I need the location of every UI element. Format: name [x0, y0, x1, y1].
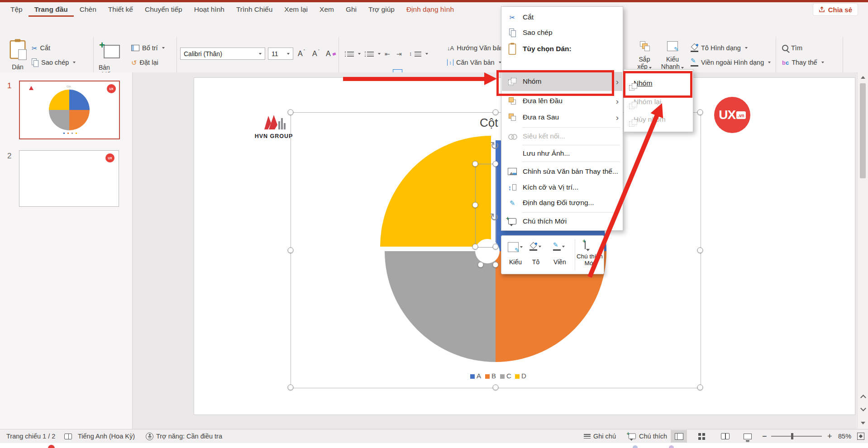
- slide-counter[interactable]: Trang chiếu 1 / 2: [6, 429, 55, 443]
- rotate-handle-icon[interactable]: ↻: [490, 140, 499, 151]
- comments-button[interactable]: Chú thích: [628, 429, 667, 443]
- menu-item-new-comment[interactable]: Chú thích Mới: [502, 213, 622, 229]
- menu-item-save-as-picture[interactable]: Lưu như Ảnh...: [502, 146, 622, 161]
- slide2-thumbnail[interactable]: UX: [19, 150, 119, 207]
- slice-handle[interactable]: [493, 262, 499, 268]
- slice-handle[interactable]: [493, 161, 499, 167]
- slice-handle[interactable]: [472, 202, 478, 208]
- shape-fill-button[interactable]: Tô Hình dạng: [691, 43, 748, 53]
- share-button[interactable]: Chia sẻ: [813, 3, 858, 16]
- outline-button[interactable]: [553, 243, 565, 251]
- editor-canvas: HVN GROUP Cột A B C D UX .vn: [133, 72, 857, 429]
- fill-button[interactable]: [529, 243, 541, 251]
- menu-item-size-position[interactable]: ↕ Kích cỡ và Vị trí...: [502, 180, 622, 195]
- arrange-button[interactable]: Sắp xếp: [633, 41, 656, 70]
- slice-handle[interactable]: [472, 161, 478, 167]
- normal-view-button[interactable]: [671, 430, 687, 443]
- slideshow-icon: [744, 434, 752, 439]
- menu-item-edit-alt-text[interactable]: Chỉnh sửa Văn bản Thay thế...: [502, 163, 622, 180]
- tab-help[interactable]: Trợ giúp: [362, 2, 401, 17]
- thumb-ux-logo: UX: [107, 84, 116, 93]
- tab-transitions[interactable]: Chuyển tiếp: [139, 2, 188, 17]
- grow-font-button[interactable]: Aˆ: [298, 48, 305, 59]
- copy-button[interactable]: Sao chép: [32, 57, 76, 68]
- next-slide-icon[interactable]: [860, 405, 866, 411]
- tab-insert[interactable]: Chèn: [74, 2, 102, 17]
- slide-sorter-view-button[interactable]: [693, 430, 710, 443]
- tab-review[interactable]: Xem lại: [278, 2, 314, 17]
- zoom-slider-thumb[interactable]: [791, 433, 793, 439]
- selection-handle[interactable]: [493, 110, 499, 115]
- replace-button[interactable]: bc Thay thế: [782, 57, 824, 68]
- language-status[interactable]: Tiếng Anh (Hoa Kỳ): [78, 429, 135, 443]
- slide-sorter-icon: [698, 433, 705, 440]
- vertical-scrollbar[interactable]: [857, 72, 868, 429]
- context-menu: ✂ Cắt Sao chép Tùy chọn Dán: Nhóm › Đưa …: [501, 6, 623, 231]
- menu-separator: [522, 212, 620, 213]
- menu-item-copy[interactable]: Sao chép: [502, 25, 622, 40]
- tab-record[interactable]: Ghi: [340, 2, 362, 17]
- legend-label-c[interactable]: C: [506, 372, 511, 380]
- zoom-slider-track[interactable]: [771, 436, 822, 437]
- previous-slide-icon[interactable]: [860, 395, 866, 400]
- shape-outline-button[interactable]: Viền ngoài Hình dạng: [691, 57, 771, 68]
- scroll-up-icon[interactable]: [861, 76, 865, 79]
- selection-handle[interactable]: [493, 385, 499, 391]
- bullets-button[interactable]: [345, 48, 361, 59]
- selection-handle[interactable]: [697, 248, 703, 253]
- line-spacing-icon: ↕: [409, 51, 412, 57]
- scroll-down-icon[interactable]: [861, 422, 865, 424]
- new-comment-button[interactable]: [585, 241, 586, 249]
- tab-slideshow[interactable]: Trình Chiếu: [230, 2, 278, 17]
- selection-handle[interactable]: [697, 110, 703, 115]
- decrease-indent-button[interactable]: ⇤: [385, 48, 390, 59]
- reset-button[interactable]: ↺ Đặt lại: [131, 57, 158, 68]
- selection-handle[interactable]: [697, 385, 703, 391]
- fit-slide-button[interactable]: [854, 430, 867, 443]
- slide1-thumbnail[interactable]: Cột UX: [19, 81, 120, 139]
- selection-handle[interactable]: [288, 385, 294, 391]
- numbering-button[interactable]: [365, 48, 381, 59]
- menu-item-cut[interactable]: ✂ Cắt: [502, 10, 622, 25]
- quick-styles-button[interactable]: Kiểu Nhanh: [660, 41, 685, 70]
- line-spacing-button[interactable]: ↕: [409, 48, 428, 59]
- cut-button[interactable]: ✂ Cắt: [32, 43, 50, 53]
- spell-check-button[interactable]: [64, 429, 72, 443]
- align-text-button[interactable]: ↕ Căn Văn bản: [447, 57, 501, 68]
- tab-design[interactable]: Thiết kế: [102, 2, 139, 17]
- style-button[interactable]: [508, 242, 523, 252]
- legend-label-d[interactable]: D: [521, 372, 526, 380]
- layout-button[interactable]: Bố trí: [131, 43, 165, 53]
- slice-handle[interactable]: [478, 262, 484, 268]
- tab-home[interactable]: Trang đầu: [29, 2, 74, 17]
- legend-label-a[interactable]: A: [477, 372, 481, 380]
- selection-handle[interactable]: [288, 110, 294, 115]
- slice-handle[interactable]: [472, 244, 478, 250]
- rotate-handle-icon[interactable]: ↻: [490, 212, 499, 223]
- tab-file[interactable]: Tệp: [5, 2, 29, 17]
- menu-item-format-object[interactable]: ✎ Định dạng Đối tượng...: [502, 195, 622, 210]
- menu-item-send-to-back[interactable]: Đưa ra Sau ›: [502, 109, 622, 125]
- paste-button[interactable]: Dán: [7, 39, 28, 74]
- legend-label-b[interactable]: B: [491, 372, 496, 380]
- selection-handle[interactable]: [288, 248, 294, 253]
- zoom-level[interactable]: 85%: [838, 429, 851, 443]
- tab-shape-format[interactable]: Định dạng hình: [401, 2, 460, 17]
- slice-handle[interactable]: [493, 244, 499, 250]
- font-size-combo[interactable]: 11: [268, 48, 293, 60]
- accessibility-status[interactable]: Trợ năng: Cần điều tra: [146, 429, 222, 443]
- reading-view-button[interactable]: [717, 430, 733, 443]
- find-button[interactable]: Tìm: [782, 43, 802, 53]
- clear-formatting-button[interactable]: A: [326, 48, 336, 59]
- copy-icon: [32, 58, 38, 67]
- increase-indent-button[interactable]: ⇥: [396, 48, 402, 59]
- font-family-combo[interactable]: Calibri (Thân): [180, 48, 265, 60]
- zoom-out-button[interactable]: −: [762, 429, 767, 443]
- tab-view[interactable]: Xem: [314, 2, 340, 17]
- shrink-font-button[interactable]: Aˇ: [312, 48, 320, 59]
- tab-animations[interactable]: Hoạt hình: [188, 2, 230, 17]
- zoom-in-button[interactable]: +: [827, 429, 832, 443]
- slideshow-button[interactable]: [739, 430, 756, 443]
- notes-button[interactable]: Ghi chú: [584, 429, 616, 443]
- scrollbar-thumb[interactable]: [860, 83, 866, 178]
